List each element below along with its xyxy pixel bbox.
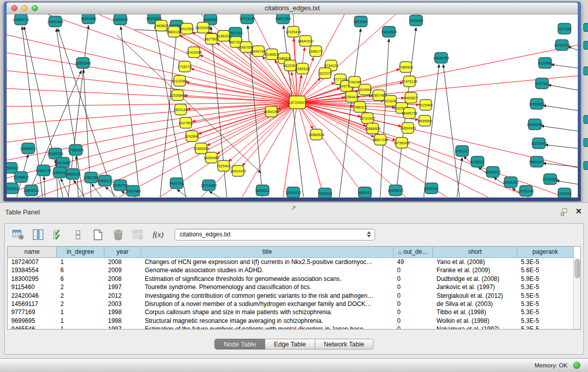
graph-node-label: 12325419 <box>285 30 301 34</box>
graph-node-label: 20161242 <box>518 189 534 193</box>
graph-node-label: 19218506 <box>381 30 397 34</box>
graph-node-label: 11942737 <box>36 169 52 172</box>
graph-edge-black <box>548 85 578 90</box>
table-panel-header: Table Panel ✕ <box>0 203 588 223</box>
cell-short: Dudbridge et al. (2008) <box>433 275 517 283</box>
graph-node-label: 18945012 <box>485 170 500 174</box>
graph-edge-black <box>443 64 460 197</box>
table-selector-dropdown[interactable]: citations_edges.txt <box>175 229 375 240</box>
table-row[interactable]: 1456911722003Disruption of a novel membe… <box>8 300 573 308</box>
show-column-button[interactable] <box>32 229 45 241</box>
graph-node-label: 7625402 <box>216 164 230 168</box>
graph-edge-red <box>297 102 406 197</box>
table-row[interactable]: 946554611997Estimation of the future num… <box>8 325 573 330</box>
cell-name: 19384554 <box>8 266 57 274</box>
delete-table-button-disabled <box>132 229 145 241</box>
column-header-out_de[interactable]: △out_de… <box>394 247 433 258</box>
deselect-all-rows-button[interactable] <box>72 229 85 241</box>
network-window: citations_edges.txt 24055724206914061625… <box>4 2 581 201</box>
graph-node-label: 17359924 <box>68 148 83 152</box>
create-column-button[interactable] <box>92 229 105 241</box>
cell-pagerank: 5.9E-5 <box>517 275 574 283</box>
cell-in_degree: 2 <box>57 292 104 300</box>
graph-edge-black <box>44 177 45 197</box>
graph-node-label: 2803144 <box>173 108 187 112</box>
graph-node-label: 18300295 <box>263 110 279 114</box>
memory-status-label: Memory: OK <box>534 362 568 368</box>
graph-node-label: 22420046 <box>186 51 202 54</box>
cell-year: 2003 <box>104 300 141 308</box>
cell-year: 1998 <box>104 308 141 316</box>
table-body: 1872400712008Changes of HCN gene express… <box>8 258 573 329</box>
table-row[interactable]: 1830029562008Estimation of significance … <box>8 275 573 283</box>
graph-node-label: 20605071 <box>20 147 36 150</box>
tab-network-table[interactable]: Network Table <box>315 339 374 349</box>
graph-node-label: 16782759 <box>112 184 128 187</box>
cell-short: Nakamura et al. (1997) <box>433 325 517 330</box>
table-header-row: namein_degreeyeartitle△out_de…shortpager… <box>8 247 580 258</box>
cell-pagerank: 5.3E-5 <box>517 283 574 291</box>
node-table: namein_degreeyeartitle△out_de…shortpager… <box>7 246 581 330</box>
graph-node-label: 15692971 <box>529 160 545 164</box>
cell-title: Disruption of a novel member of a sodium… <box>141 300 394 308</box>
close-window-icon[interactable] <box>11 5 17 11</box>
panel-resize-grip-icon[interactable] <box>291 204 296 213</box>
zoom-window-icon[interactable] <box>32 5 38 11</box>
table-mode-button[interactable] <box>12 229 25 241</box>
scrollbar-thumb[interactable] <box>575 259 580 278</box>
graph-node-label: 6734022 <box>324 64 338 68</box>
cell-in_degree: 1 <box>57 308 104 316</box>
table-row[interactable]: 1872400712008Changes of HCN gene express… <box>8 258 573 266</box>
graph-node-label: 8905012 <box>424 187 438 190</box>
graph-node-label: 15716485 <box>201 184 216 187</box>
graph-node-label: 16914479 <box>230 169 246 173</box>
column-header-title[interactable]: title <box>141 247 394 258</box>
select-all-rows-button[interactable] <box>52 229 65 241</box>
delete-table-icon <box>132 229 144 240</box>
float-window-icon-inner <box>561 213 564 216</box>
network-window-titlebar[interactable]: citations_edges.txt <box>7 3 578 14</box>
delete-column-button[interactable] <box>112 229 125 241</box>
graph-node-label: 18495798 <box>401 112 417 115</box>
cell-name: 14569117 <box>8 300 57 308</box>
column-header-pagerank[interactable]: pagerank <box>517 247 574 258</box>
graph-node-label: 9146821 <box>265 53 278 56</box>
graph-node-label: 11156812 <box>13 176 29 179</box>
cell-short: Yano et al. (2008) <box>433 258 517 266</box>
tab-edge-table[interactable]: Edge Table <box>265 339 315 349</box>
cell-short: Stergiakouli et al. (2012) <box>433 292 517 300</box>
table-row[interactable]: 977716911998Corpus callosum shape and si… <box>8 308 573 316</box>
column-header-short[interactable]: short <box>433 247 517 258</box>
network-canvas[interactable]: 2405572420691406162516421065524715276021… <box>7 14 578 198</box>
column-header-in_degree[interactable]: in_degree <box>57 247 104 258</box>
graph-node-label: 10688609 <box>364 127 380 130</box>
citation-graph[interactable]: 2405572420691406162516421065524715276021… <box>7 14 578 198</box>
graph-edge-black <box>541 126 578 131</box>
cell-year: 1997 <box>104 325 141 330</box>
graph-node-label: 12093822 <box>529 102 545 106</box>
table-row[interactable]: 911546021997Tourette syndrome. Phenomeno… <box>8 283 573 291</box>
column-header-year[interactable]: year <box>104 247 141 258</box>
function-builder-button[interactable]: f(x) <box>151 229 165 241</box>
graph-node-label: 20206535 <box>47 152 63 156</box>
graph-node-label: 9699695 <box>418 119 431 123</box>
cell-year: 2008 <box>104 258 141 266</box>
graph-node-label: 12905012 <box>285 191 301 194</box>
column-header-name[interactable]: name <box>8 247 57 258</box>
graph-edge-black <box>209 191 219 197</box>
graph-edge-red <box>7 102 297 142</box>
table-row[interactable]: 2242004622012Investigating the contribut… <box>8 292 573 300</box>
vertical-scrollbar[interactable] <box>573 258 580 329</box>
graph-node-label: 18724007 <box>288 100 307 105</box>
tab-node-table[interactable]: Node Table <box>214 339 265 349</box>
table-row[interactable]: 1938455462009Genome-wide association stu… <box>8 266 573 274</box>
graph-node-label: 19756928 <box>394 141 409 145</box>
table-row[interactable]: 969969511998Structural magnetic resonanc… <box>8 317 573 325</box>
close-panel-button[interactable]: ✕ <box>575 207 582 215</box>
minimize-window-icon[interactable] <box>21 5 28 11</box>
graph-node-label: 2967008 <box>239 46 253 49</box>
cell-year: 2012 <box>104 292 141 300</box>
float-panel-button[interactable] <box>561 208 569 216</box>
cell-in_degree: 1 <box>57 258 104 266</box>
float-window-icon <box>562 208 567 213</box>
